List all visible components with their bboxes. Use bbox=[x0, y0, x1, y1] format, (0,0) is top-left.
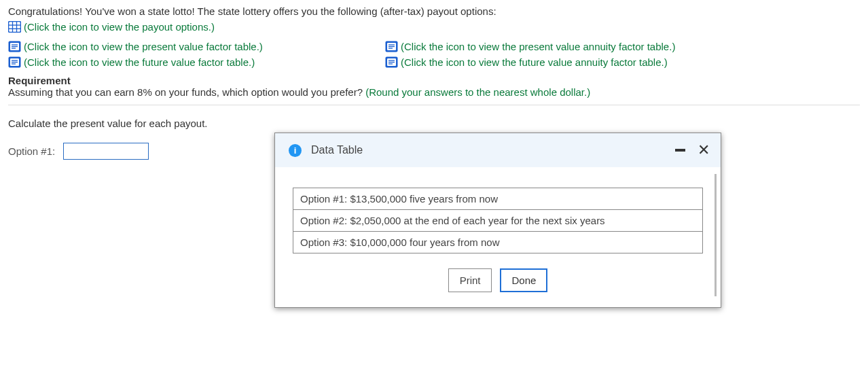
option1-input[interactable] bbox=[63, 143, 149, 160]
table-row: Option #1: $13,500,000 five years from n… bbox=[293, 188, 702, 210]
link-grid: (Click the icon to view the present valu… bbox=[8, 37, 860, 72]
document-icon bbox=[385, 56, 398, 68]
modal-controls: ✕ bbox=[675, 143, 710, 158]
link-fv-factor[interactable]: (Click the icon to view the future value… bbox=[8, 56, 385, 68]
grid-icon bbox=[8, 21, 21, 33]
link-label: (Click the icon to view the present valu… bbox=[24, 41, 263, 52]
divider bbox=[8, 105, 860, 105]
close-icon[interactable]: ✕ bbox=[698, 143, 710, 158]
modal-header: i Data Table ✕ bbox=[275, 133, 721, 167]
table-row: Option #2: $2,050,000 at the end of each… bbox=[293, 210, 702, 232]
calc-prompt: Calculate the present value for each pay… bbox=[8, 118, 860, 129]
link-col-left: (Click the icon to view the present valu… bbox=[8, 37, 385, 72]
page: Congratulations! You've won a state lott… bbox=[0, 0, 868, 386]
data-table: Option #1: $13,500,000 five years from n… bbox=[293, 188, 703, 253]
scrollbar[interactable] bbox=[715, 174, 717, 296]
modal-body: Option #1: $13,500,000 five years from n… bbox=[275, 167, 721, 268]
link-label: (Click the icon to view the future value… bbox=[24, 56, 255, 68]
link-col-right: (Click the icon to view the present valu… bbox=[385, 37, 762, 72]
print-button[interactable]: Print bbox=[448, 268, 492, 292]
intro-text: Congratulations! You've won a state lott… bbox=[8, 5, 860, 17]
requirement-text: Assuming that you can earn 8% on your fu… bbox=[8, 86, 860, 98]
info-icon: i bbox=[289, 144, 302, 157]
requirement-pre: Assuming that you can earn 8% on your fu… bbox=[8, 86, 365, 98]
link-label: (Click the icon to view the payout optio… bbox=[24, 21, 215, 33]
document-icon bbox=[8, 56, 21, 68]
option1-label: Option #1: bbox=[8, 145, 55, 157]
minimize-icon[interactable] bbox=[675, 149, 685, 152]
data-table-modal: i Data Table ✕ Option #1: $13,500,000 fi… bbox=[274, 133, 721, 308]
link-pv-factor[interactable]: (Click the icon to view the present valu… bbox=[8, 41, 385, 52]
modal-footer: Print Done bbox=[275, 268, 721, 307]
svg-rect-0 bbox=[9, 22, 21, 33]
document-icon bbox=[8, 41, 21, 52]
requirement-heading: Requirement bbox=[8, 75, 860, 86]
link-label: (Click the icon to view the present valu… bbox=[401, 41, 675, 52]
done-button[interactable]: Done bbox=[500, 268, 547, 292]
requirement-hint: (Round your answers to the nearest whole… bbox=[365, 86, 590, 98]
modal-title: Data Table bbox=[311, 144, 363, 156]
link-fv-annuity[interactable]: (Click the icon to view the future value… bbox=[385, 56, 762, 68]
link-pv-annuity[interactable]: (Click the icon to view the present valu… bbox=[385, 41, 762, 52]
link-label: (Click the icon to view the future value… bbox=[401, 56, 668, 68]
link-payout-options[interactable]: (Click the icon to view the payout optio… bbox=[8, 21, 860, 33]
table-row: Option #3: $10,000,000 four years from n… bbox=[293, 232, 702, 253]
document-icon bbox=[385, 41, 398, 52]
